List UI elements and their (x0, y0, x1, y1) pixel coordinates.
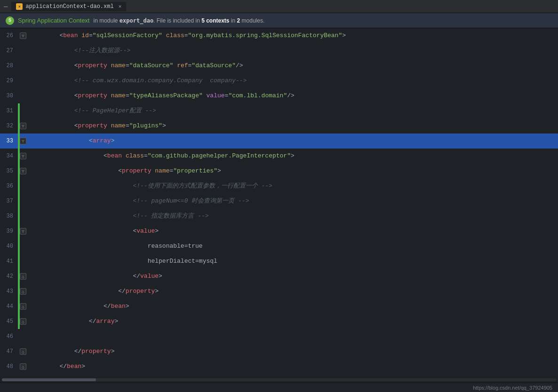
table-row: 47△ </property> (0, 344, 558, 359)
table-row: 48△ </bean> (0, 359, 558, 374)
line-number: 34 (0, 149, 18, 164)
gutter (18, 43, 28, 58)
gutter: △ (18, 284, 28, 299)
code-content: <!-- 指定数据库方言 --> (28, 209, 558, 224)
code-content: <bean class="com.github.pagehelper.PageI… (28, 149, 558, 164)
minimize-icon[interactable]: — (4, 3, 8, 10)
fold-icon[interactable]: ▽ (20, 32, 26, 39)
gutter: △ (18, 299, 28, 314)
table-row: 39▽ <value> (0, 224, 558, 239)
editor: 26▽ <bean id="sqlSessionFactory" class="… (0, 28, 558, 383)
line-number: 45 (0, 314, 18, 329)
gutter (18, 58, 28, 73)
code-content: <property name="properties"> (28, 164, 558, 179)
fold-icon[interactable]: △ (20, 318, 26, 325)
green-bar (18, 209, 20, 224)
gutter (18, 73, 28, 88)
fold-icon[interactable]: ▽ (20, 123, 26, 129)
line-number: 46 (0, 329, 18, 344)
fold-icon[interactable]: ▽ (20, 153, 26, 159)
code-content: <!-- pageNum<=0 时会查询第一页 --> (28, 194, 558, 209)
code-content: reasonable=true (28, 239, 558, 254)
gutter (18, 209, 28, 224)
scrollbar-thumb[interactable] (2, 378, 96, 381)
green-bar (18, 194, 20, 209)
line-number: 28 (0, 58, 18, 73)
code-content: <value> (28, 224, 558, 239)
scrollbar-track[interactable] (2, 378, 556, 381)
gutter (18, 329, 28, 344)
gutter (18, 254, 28, 269)
gutter: △ (18, 344, 28, 359)
code-content: <!--注入数据源--> (28, 43, 558, 58)
gutter: ▽ (18, 28, 28, 43)
line-number: 48 (0, 359, 18, 374)
code-content: <bean id="sqlSessionFactory" class="org.… (28, 28, 558, 43)
line-number: 33 (0, 133, 18, 149)
gutter (18, 88, 28, 103)
table-row: 26▽ <bean id="sqlSessionFactory" class="… (0, 28, 558, 43)
title-bar-left: — (4, 3, 8, 10)
line-number: 36 (0, 179, 18, 194)
gutter: ▽ (18, 118, 28, 133)
code-content: helperDialect=mysql (28, 254, 558, 269)
line-number: 29 (0, 73, 18, 88)
file-icon: x (16, 3, 23, 10)
green-bar (18, 254, 20, 269)
green-bar (18, 103, 20, 118)
scrollbar-area (0, 377, 558, 383)
gutter (18, 194, 28, 209)
code-content: <array> (28, 133, 558, 149)
table-row: 27 <!--注入数据源--> (0, 43, 558, 58)
table-row: 33▽ <array> (0, 133, 558, 149)
code-content (28, 329, 558, 344)
line-number: 37 (0, 194, 18, 209)
code-content: </property> (28, 284, 558, 299)
line-number: 31 (0, 103, 18, 118)
code-content: </array> (28, 314, 558, 329)
line-number: 43 (0, 284, 18, 299)
fold-icon[interactable]: ▽ (20, 228, 26, 235)
tab-filename: applicationContext-dao.xml (25, 3, 113, 10)
fold-icon[interactable]: △ (20, 303, 26, 310)
fold-icon[interactable]: △ (20, 273, 26, 280)
status-bar: https://blog.csdn.net/qq_37924905 (0, 383, 558, 392)
table-row: 45△ </array> (0, 314, 558, 329)
table-row: 29 <!-- com.wzx.domain.company.Company c… (0, 73, 558, 88)
table-row: 34▽ <bean class="com.github.pagehelper.P… (0, 149, 558, 164)
fold-icon[interactable]: △ (20, 288, 26, 295)
table-row: 32▽ <property name="plugins"> (0, 118, 558, 133)
code-area[interactable]: 26▽ <bean id="sqlSessionFactory" class="… (0, 28, 558, 377)
code-content: </bean> (28, 359, 558, 374)
tab-item[interactable]: x applicationContext-dao.xml ✕ (11, 2, 126, 11)
table-row: 41 helperDialect=mysql (0, 254, 558, 269)
gutter: △ (18, 314, 28, 329)
green-bar (18, 239, 20, 254)
tab-close-icon[interactable]: ✕ (119, 3, 122, 9)
gutter: ▽ (18, 149, 28, 164)
table-row: 46 (0, 329, 558, 344)
fold-icon[interactable]: ▽ (20, 138, 26, 144)
gutter: ▽ (18, 133, 28, 149)
gutter: △ (18, 359, 28, 374)
fold-icon[interactable]: △ (20, 363, 26, 370)
line-number: 32 (0, 118, 18, 133)
table-row: 42△ </value> (0, 269, 558, 284)
code-content: <property name="plugins"> (28, 118, 558, 133)
spring-icon: S (6, 16, 14, 25)
title-bar: — x applicationContext-dao.xml ✕ (0, 0, 558, 13)
line-number: 38 (0, 209, 18, 224)
gutter (18, 179, 28, 194)
fold-icon[interactable]: ▽ (20, 168, 26, 174)
fold-icon[interactable]: △ (20, 348, 26, 355)
code-content: </property> (28, 344, 558, 359)
gutter: △ (18, 269, 28, 284)
table-row: 31 <!-- PageHelper配置 --> (0, 103, 558, 118)
line-number: 42 (0, 269, 18, 284)
line-number: 44 (0, 299, 18, 314)
table-row: 30 <property name="typeAliasesPackage" v… (0, 88, 558, 103)
spring-label: Spring Application Context (18, 17, 89, 24)
code-content: <property name="typeAliasesPackage" valu… (28, 88, 558, 103)
status-url: https://blog.csdn.net/qq_37924905 (473, 385, 552, 391)
table-row: 35▽ <property name="properties"> (0, 164, 558, 179)
